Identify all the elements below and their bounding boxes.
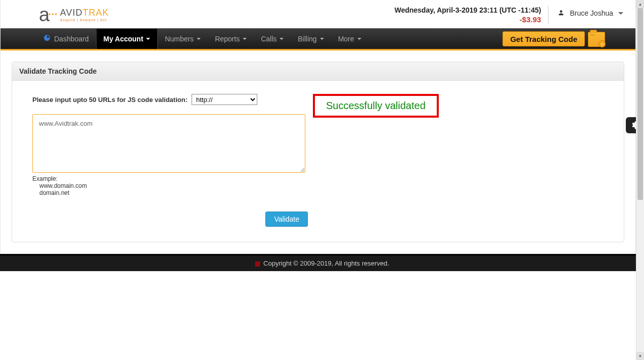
svg-point-0 bbox=[560, 10, 563, 13]
example-text: Example: www.domain.com domain.net bbox=[32, 175, 308, 196]
scroll-up-icon[interactable]: ▲ bbox=[636, 0, 644, 8]
caret-down-icon bbox=[618, 12, 623, 15]
urls-textarea[interactable] bbox=[32, 114, 305, 173]
balance: -$3.93 bbox=[394, 15, 541, 24]
navbar: Dashboard My Account Numbers Reports Cal… bbox=[1, 28, 635, 50]
user-menu[interactable]: Bruce Joshua bbox=[558, 6, 623, 18]
header: a ••• AVIDTRAK Acquire | Analyze | Act W… bbox=[1, 0, 635, 28]
caret-down-icon bbox=[243, 38, 247, 40]
folder-home-icon[interactable]: ••• ⌂ bbox=[588, 32, 605, 47]
panel-title: Validate Tracking Code bbox=[12, 62, 624, 81]
datetime-balance: Wednesday, April-3-2019 23:11 (UTC -11:4… bbox=[394, 6, 548, 24]
logo-tagline: Acquire | Analyze | Act bbox=[60, 18, 109, 22]
datetime: Wednesday, April-3-2019 23:11 (UTC -11:4… bbox=[394, 6, 541, 14]
nav-dashboard[interactable]: Dashboard bbox=[36, 29, 96, 49]
logo-brand: AVIDTRAK bbox=[60, 8, 109, 18]
success-message: Successfully validated bbox=[313, 94, 439, 118]
caret-down-icon bbox=[320, 38, 324, 40]
caret-down-icon bbox=[146, 38, 150, 40]
logo-mark-icon: a bbox=[39, 5, 50, 24]
validate-panel: Validate Tracking Code Please input upto… bbox=[12, 62, 624, 242]
content: Validate Tracking Code Please input upto… bbox=[1, 50, 635, 253]
protocol-select[interactable]: http:// bbox=[192, 94, 257, 105]
footer: ▦Copyright © 2009-2019, All rights reser… bbox=[0, 254, 644, 271]
nav-more[interactable]: More bbox=[331, 29, 369, 49]
nav-calls[interactable]: Calls bbox=[254, 29, 291, 49]
grid-icon: ▦ bbox=[255, 260, 260, 267]
caret-down-icon bbox=[357, 38, 361, 40]
logo[interactable]: a ••• AVIDTRAK Acquire | Analyze | Act bbox=[39, 5, 109, 24]
url-input-label: Please input upto 50 URLs for JS code va… bbox=[32, 96, 188, 104]
logo-dots-icon: ••• bbox=[49, 11, 58, 18]
get-tracking-code-button[interactable]: Get Tracking Code bbox=[502, 31, 585, 46]
nav-my-account[interactable]: My Account bbox=[96, 29, 158, 49]
nav-reports[interactable]: Reports bbox=[208, 29, 254, 49]
caret-down-icon bbox=[197, 38, 201, 40]
caret-down-icon bbox=[280, 38, 284, 40]
scroll-thumb[interactable] bbox=[637, 8, 643, 200]
scrollbar[interactable]: ▲ ▼ bbox=[636, 0, 644, 271]
nav-numbers[interactable]: Numbers bbox=[158, 29, 208, 49]
nav-billing[interactable]: Billing bbox=[291, 29, 331, 49]
user-icon bbox=[558, 9, 565, 18]
user-name: Bruce Joshua bbox=[570, 9, 613, 17]
dashboard-icon bbox=[43, 34, 51, 44]
validate-button[interactable]: Validate bbox=[265, 212, 308, 227]
